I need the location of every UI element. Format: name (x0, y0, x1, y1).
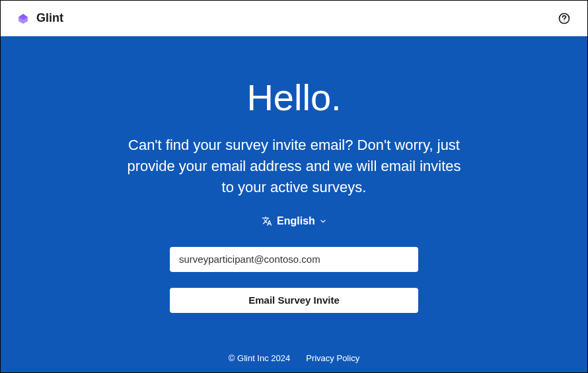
language-selector[interactable]: English (261, 215, 327, 227)
translate-icon (261, 215, 273, 227)
glint-logo-icon (17, 12, 30, 25)
chevron-down-icon (319, 217, 327, 225)
svg-point-1 (564, 20, 564, 21)
header: Glint (1, 1, 587, 36)
copyright-text: © Glint Inc 2024 (229, 353, 290, 363)
footer: © Glint Inc 2024 Privacy Policy (229, 353, 359, 363)
hello-heading: Hello. (246, 76, 341, 119)
form-area: Email Survey Invite (170, 247, 418, 313)
brand: Glint (17, 11, 63, 25)
email-survey-invite-button[interactable]: Email Survey Invite (170, 288, 418, 313)
subtitle-text: Can't find your survey invite email? Don… (122, 135, 466, 198)
help-icon[interactable] (557, 11, 571, 26)
main-content: Hello. Can't find your survey invite ema… (1, 36, 587, 372)
brand-name: Glint (36, 11, 63, 25)
language-label: English (277, 215, 315, 227)
email-input[interactable] (170, 247, 418, 272)
privacy-policy-link[interactable]: Privacy Policy (306, 353, 359, 363)
